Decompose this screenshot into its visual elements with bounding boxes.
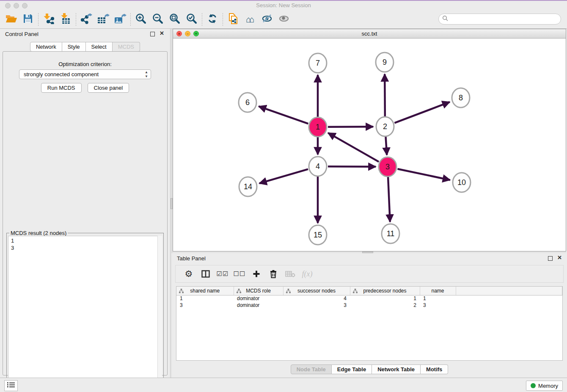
graph-node-label: 11 xyxy=(387,229,395,238)
duplicate-pages-icon xyxy=(228,13,239,26)
application-window: Session: New Session xyxy=(0,0,567,392)
zoom-out-button[interactable] xyxy=(149,12,166,27)
column-header-name[interactable]: name xyxy=(420,287,456,295)
graph-edge-2-8[interactable] xyxy=(394,102,449,123)
export-table-icon xyxy=(97,13,110,26)
save-session-button[interactable] xyxy=(19,12,36,27)
tab-edge-table[interactable]: Edge Table xyxy=(332,364,372,374)
tab-network[interactable]: Network xyxy=(30,42,62,52)
zoom-in-button[interactable] xyxy=(132,12,149,27)
export-image-button[interactable] xyxy=(112,12,129,27)
table-panel: Table Panel ✕ ⚙ ☑☑ ☐☐ xyxy=(172,253,567,378)
run-mcds-button[interactable]: Run MCDS xyxy=(41,83,82,93)
search-box[interactable] xyxy=(438,14,561,25)
toolbar-separator xyxy=(223,13,223,26)
zoom-selected-icon xyxy=(186,13,197,26)
select-all-columns-icon[interactable]: ☑☑ xyxy=(216,268,229,280)
network-view-window: × − + scc.txt 7968124314101511 xyxy=(173,29,566,251)
gear-icon[interactable]: ⚙ xyxy=(182,268,195,280)
graph-edge-2-9[interactable] xyxy=(385,74,385,116)
tab-select[interactable]: Select xyxy=(86,42,113,52)
column-header-successor-nodes[interactable]: successor nodes xyxy=(283,287,350,295)
show-eye-button[interactable] xyxy=(275,12,292,27)
close-panel-button[interactable]: Close panel xyxy=(88,83,129,93)
import-network-button[interactable] xyxy=(40,12,57,27)
graph-node-label: 9 xyxy=(383,58,387,66)
split-columns-icon[interactable] xyxy=(199,268,212,280)
criterion-dropdown[interactable]: strongly connected component ▲▼ xyxy=(19,69,151,79)
import-network-icon xyxy=(43,13,55,26)
zoom-selected-button[interactable] xyxy=(183,12,200,27)
tab-motifs[interactable]: Motifs xyxy=(421,364,448,374)
function-builder-icon[interactable]: f(x) xyxy=(301,268,314,280)
hide-selected-button[interactable] xyxy=(259,12,275,27)
search-input[interactable] xyxy=(448,16,561,22)
unselect-all-columns-icon[interactable]: ☐☐ xyxy=(233,268,246,280)
network-graph[interactable]: 7968124314101511 xyxy=(173,39,566,251)
table-cell[interactable]: dominator xyxy=(234,302,283,309)
eye-slash-icon xyxy=(261,14,273,25)
graph-node-label: 15 xyxy=(314,231,322,239)
delete-column-icon[interactable] xyxy=(267,268,280,280)
window-titlebar: Session: New Session xyxy=(0,1,567,10)
table-tabs: Node Table Edge Table Network Table Moti… xyxy=(172,364,567,374)
toolbar-separator xyxy=(76,13,76,26)
graph-edge-1-2[interactable] xyxy=(328,127,373,127)
graph-edge-2-3[interactable] xyxy=(386,137,387,155)
table-cell[interactable]: 3 xyxy=(420,302,456,309)
memory-button[interactable]: Memory xyxy=(526,381,563,391)
table-cell[interactable]: 2 xyxy=(350,302,420,309)
tab-mcds[interactable]: MCDS xyxy=(113,42,140,52)
import-table-button[interactable] xyxy=(57,12,74,27)
close-panel-icon[interactable]: ✕ xyxy=(160,30,164,36)
column-header-shared-name[interactable]: shared name xyxy=(176,287,234,295)
hierarchy-icon xyxy=(179,289,184,295)
tab-node-table[interactable]: Node Table xyxy=(291,364,332,374)
graph-edge-3-1[interactable] xyxy=(328,133,379,162)
float-panel-icon[interactable] xyxy=(150,32,155,36)
toolbar-separator xyxy=(38,13,39,26)
network-canvas[interactable]: 7968124314101511 xyxy=(173,39,566,251)
add-column-icon[interactable] xyxy=(250,268,263,280)
graph-edge-3-11[interactable] xyxy=(388,177,390,222)
hierarchy-icon xyxy=(353,289,358,295)
column-header-mcds-role[interactable]: MCDS role xyxy=(234,287,283,295)
window-title: Session: New Session xyxy=(0,2,567,8)
criterion-dropdown-value: strongly connected component xyxy=(24,71,99,77)
table-row[interactable]: 1dominator411 xyxy=(176,295,562,302)
graph-edge-4-3[interactable] xyxy=(328,166,376,167)
table-cell[interactable]: 1 xyxy=(420,295,456,302)
tab-style[interactable]: Style xyxy=(62,42,86,52)
two-houses-button[interactable]: ⌂⌂ xyxy=(242,12,259,27)
graph-node-label: 4 xyxy=(316,162,320,171)
zoom-fit-button[interactable] xyxy=(166,12,183,27)
task-history-button[interactable] xyxy=(4,380,18,391)
duplicate-network-button[interactable] xyxy=(225,12,242,27)
table-cell[interactable]: 3 xyxy=(283,302,350,309)
toolbar-separator xyxy=(130,13,131,26)
delete-table-icon[interactable] xyxy=(284,268,297,280)
graph-edge-4-14[interactable] xyxy=(259,169,308,183)
column-header-predecessor-nodes[interactable]: predecessor nodes xyxy=(350,287,420,295)
network-window-titlebar[interactable]: × − + scc.txt xyxy=(173,29,566,39)
refresh-button[interactable] xyxy=(204,12,221,27)
tab-network-table[interactable]: Network Table xyxy=(372,364,421,374)
close-table-panel-icon[interactable]: ✕ xyxy=(557,254,562,261)
result-scrollbar[interactable] xyxy=(157,236,162,392)
float-table-panel-icon[interactable] xyxy=(548,256,553,261)
table-cell[interactable]: dominator xyxy=(234,295,283,302)
graph-edge-1-6[interactable] xyxy=(259,106,308,124)
table-cell[interactable]: 1 xyxy=(176,295,234,302)
list-icon xyxy=(7,382,15,389)
export-network-button[interactable] xyxy=(78,12,95,27)
table-cell[interactable]: 4 xyxy=(283,295,350,302)
table-row[interactable]: 3dominator323 xyxy=(176,302,562,309)
memory-status-icon xyxy=(531,383,536,388)
graph-edge-3-10[interactable] xyxy=(397,169,450,180)
table-cell[interactable]: 1 xyxy=(350,295,420,302)
table-cell[interactable]: 3 xyxy=(176,302,234,309)
export-table-button[interactable] xyxy=(95,12,112,27)
mcds-result-title: MCDS result (2 nodes) xyxy=(9,230,68,236)
table-toolbar: ⚙ ☑☑ ☐☐ xyxy=(175,265,564,283)
open-file-button[interactable] xyxy=(3,12,19,27)
